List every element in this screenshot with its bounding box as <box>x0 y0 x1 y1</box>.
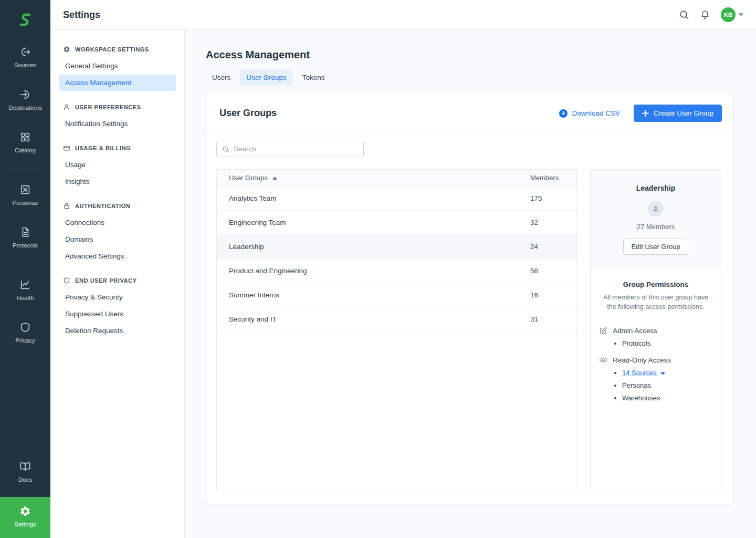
readonly-access-item-sources: 14 Sources <box>622 369 712 377</box>
group-members-count: 27 Members <box>599 223 712 231</box>
tab-users[interactable]: Users <box>206 69 237 86</box>
settings-nav-insights[interactable]: Insights <box>59 173 176 190</box>
search-input[interactable] <box>234 145 358 153</box>
primary-nav-label: Health <box>16 295 34 301</box>
privacy-shield-icon <box>19 322 31 333</box>
chevron-down-icon[interactable] <box>660 372 665 375</box>
card-icon <box>63 144 70 152</box>
primary-nav-label: Catalog <box>15 147 36 153</box>
settings-nav-access-management[interactable]: Access Management <box>59 75 176 91</box>
admin-access-group: Admin Access Protocols <box>599 326 712 347</box>
search-icon <box>222 146 229 153</box>
settings-sidebar: Workspace Settings General Settings Acce… <box>50 30 185 538</box>
personas-icon <box>19 184 31 195</box>
primary-nav-destinations[interactable]: Destinations <box>0 82 50 118</box>
destinations-icon <box>19 89 31 100</box>
tab-bar: Users User Groups Tokens <box>206 69 734 86</box>
download-csv-label: Download CSV <box>572 109 620 117</box>
primary-nav-label: Docs <box>18 477 32 483</box>
account-menu[interactable]: KB <box>721 7 743 22</box>
sidebar-divider <box>8 169 42 169</box>
primary-nav-label: Protocols <box>13 242 38 249</box>
settings-nav-advanced-settings[interactable]: Advanced Settings <box>59 248 176 264</box>
settings-nav-privacy-security[interactable]: Privacy & Security <box>59 289 176 305</box>
topbar: Settings KB <box>50 0 756 30</box>
primary-nav-label: Sources <box>14 62 36 68</box>
admin-access-item: Protocols <box>622 339 712 347</box>
settings-nav-suppressed-users[interactable]: Suppressed Users <box>59 306 176 322</box>
primary-nav-sources[interactable]: Sources <box>0 40 50 75</box>
settings-nav-usage[interactable]: Usage <box>59 157 176 173</box>
section-title: Access Management <box>206 49 734 61</box>
primary-nav-personas[interactable]: Personas <box>0 178 50 213</box>
settings-section-title: End User Privacy <box>75 277 137 284</box>
notifications-bell-icon[interactable] <box>700 9 710 20</box>
primary-nav-docs[interactable]: Docs <box>0 454 50 490</box>
primary-nav-label: Settings <box>14 521 36 527</box>
segment-logo-icon <box>16 11 34 29</box>
column-header-members: Members <box>530 174 568 182</box>
lock-icon <box>63 202 70 210</box>
catalog-icon <box>19 131 31 143</box>
edit-user-group-button[interactable]: Edit User Group <box>623 239 688 255</box>
protocols-icon <box>19 226 31 238</box>
settings-nav-notification-settings[interactable]: Notification Settings <box>59 116 176 132</box>
settings-nav-general-settings[interactable]: General Settings <box>59 58 176 74</box>
sources-expand-link[interactable]: 14 Sources <box>622 369 657 377</box>
group-avatar-icon <box>648 201 664 216</box>
download-icon <box>559 109 568 118</box>
table-row[interactable]: Product and Engineering 56 <box>217 259 576 283</box>
eye-icon <box>599 356 607 364</box>
gear-icon <box>63 46 70 53</box>
download-csv-button[interactable]: Download CSV <box>559 109 620 118</box>
create-user-group-button[interactable]: Create User Group <box>634 105 722 122</box>
settings-section-usage-billing: Usage & Billing <box>59 140 176 156</box>
tab-user-groups[interactable]: User Groups <box>240 69 293 86</box>
table-row-selected[interactable]: Leadership 24 <box>217 235 576 259</box>
primary-nav-health[interactable]: Health <box>0 273 50 308</box>
docs-icon <box>19 461 31 472</box>
settings-nav-deletion-requests[interactable]: Deletion Requests <box>59 323 176 339</box>
settings-section-end-user-privacy: End User Privacy <box>59 273 176 288</box>
shield-icon <box>63 277 70 284</box>
settings-section-title: Workspace Settings <box>75 46 149 53</box>
avatar: KB <box>721 7 736 22</box>
table-row[interactable]: Summer Interns 16 <box>217 283 576 307</box>
page-title: Settings <box>63 9 100 20</box>
primary-nav-label: Personas <box>13 200 38 206</box>
settings-section-workspace: Workspace Settings <box>59 42 176 57</box>
readonly-access-item: Personas <box>622 381 712 389</box>
user-groups-card: User Groups Download CSV Cre <box>206 92 734 504</box>
create-user-group-label: Create User Group <box>654 109 713 117</box>
app-logo[interactable] <box>0 0 50 40</box>
primary-nav-settings[interactable]: Settings <box>0 497 50 538</box>
settings-section-title: User Preferences <box>75 104 141 110</box>
settings-section-title: Usage & Billing <box>75 145 131 151</box>
group-name: Leadership <box>599 184 712 192</box>
tab-tokens[interactable]: Tokens <box>296 69 331 86</box>
plus-icon <box>642 110 649 117</box>
search-box[interactable] <box>216 141 364 157</box>
settings-nav-domains[interactable]: Domains <box>59 231 176 247</box>
table-row[interactable]: Security and IT 31 <box>217 307 576 332</box>
sort-ascending-icon <box>272 177 277 180</box>
table-row[interactable]: Analytics Team 175 <box>217 187 576 211</box>
table-row[interactable]: Engineering Team 32 <box>217 211 576 235</box>
settings-nav-connections[interactable]: Connections <box>59 214 176 231</box>
user-icon <box>63 104 70 111</box>
sidebar-divider <box>8 264 42 264</box>
group-permissions-description: All members of this user group have the … <box>601 293 710 312</box>
readonly-access-group: Read-Only Access 14 Sources Personas War… <box>599 356 712 402</box>
primary-nav-catalog[interactable]: Catalog <box>0 125 50 160</box>
group-detail-panel: Leadership 27 Members Edit User Group Gr… <box>590 169 721 491</box>
chevron-down-icon <box>739 13 743 16</box>
settings-section-title: Authentication <box>75 203 130 209</box>
column-header-user-groups[interactable]: User Groups <box>229 174 530 182</box>
primary-nav-privacy[interactable]: Privacy <box>0 315 50 350</box>
primary-nav-label: Destinations <box>8 105 41 111</box>
sources-icon <box>19 46 31 58</box>
search-icon[interactable] <box>679 9 689 20</box>
primary-nav-protocols[interactable]: Protocols <box>0 220 50 255</box>
health-icon <box>19 279 31 291</box>
readonly-access-label: Read-Only Access <box>613 356 671 364</box>
